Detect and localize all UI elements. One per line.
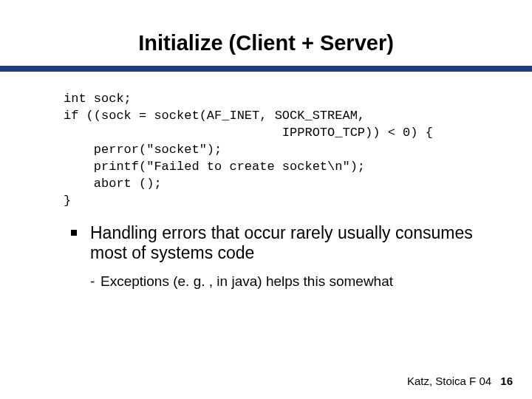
- bullet-level-2: Exceptions (e. g. , in java) helps this …: [90, 273, 480, 290]
- title-rule: [0, 66, 532, 72]
- code-block: int sock; if ((sock = socket(AF_INET, SO…: [64, 91, 532, 210]
- footer-text: Katz, Stoica F 04: [407, 375, 491, 387]
- page-number: 16: [500, 375, 513, 387]
- footer: Katz, Stoica F 04 16: [407, 375, 513, 387]
- bullet-list: Handling errors that occur rarely usuall…: [71, 223, 480, 290]
- slide: Initialize (Client + Server) int sock; i…: [0, 0, 532, 399]
- bullet-level-1: Handling errors that occur rarely usuall…: [71, 223, 480, 264]
- slide-title: Initialize (Client + Server): [0, 0, 532, 66]
